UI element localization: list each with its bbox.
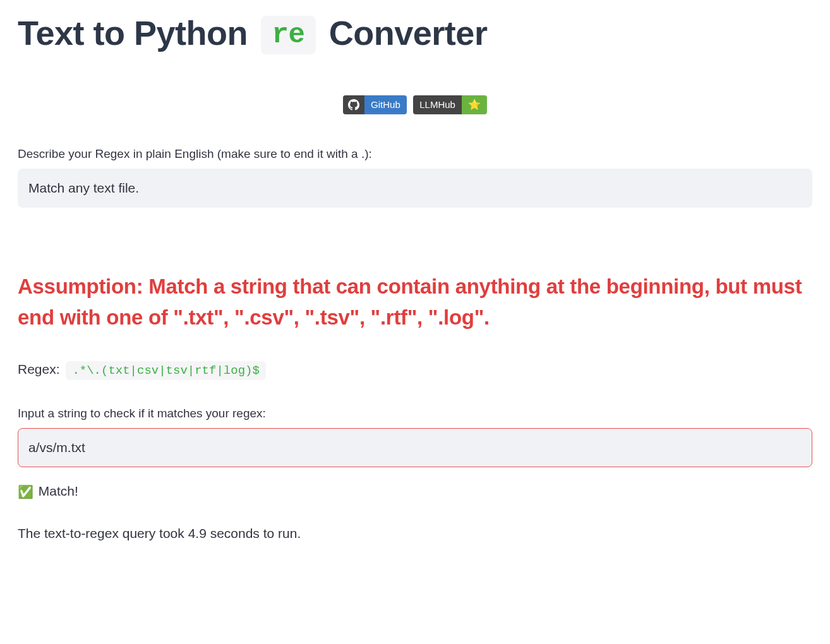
test-label: Input a string to check if it matches yo…: [18, 407, 812, 420]
title-re-pill: re: [261, 16, 316, 54]
github-label: GitHub: [364, 95, 407, 114]
test-input[interactable]: [18, 428, 812, 467]
prompt-label: Describe your Regex in plain English (ma…: [18, 147, 812, 161]
prompt-input[interactable]: [18, 169, 812, 208]
page-title: Text to Python re Converter: [18, 13, 812, 54]
regex-code: .*\.(txt|csv|tsv|rtf|log)$: [66, 361, 265, 380]
match-result: ✅ Match!: [18, 484, 812, 499]
github-badge[interactable]: GitHub: [343, 95, 407, 114]
regex-label: Regex:: [18, 362, 60, 376]
title-part2: Converter: [320, 14, 487, 52]
github-icon-seg: [343, 95, 364, 114]
llmhub-star-seg: ⭐: [462, 95, 487, 114]
star-icon: ⭐: [468, 100, 481, 110]
regex-line: Regex: .*\.(txt|csv|tsv|rtf|log)$: [18, 361, 812, 380]
llmhub-badge[interactable]: LLMHub ⭐: [413, 95, 487, 114]
match-text: Match!: [35, 484, 78, 498]
check-icon: ✅: [18, 485, 33, 499]
assumption-heading: Assumption: Match a string that can cont…: [18, 271, 812, 333]
title-part1: Text to Python: [18, 14, 257, 52]
github-icon: [348, 99, 359, 110]
badges-row: GitHub LLMHub ⭐: [18, 95, 812, 114]
timing-text: The text-to-regex query took 4.9 seconds…: [18, 526, 812, 541]
llmhub-label: LLMHub: [413, 95, 462, 114]
